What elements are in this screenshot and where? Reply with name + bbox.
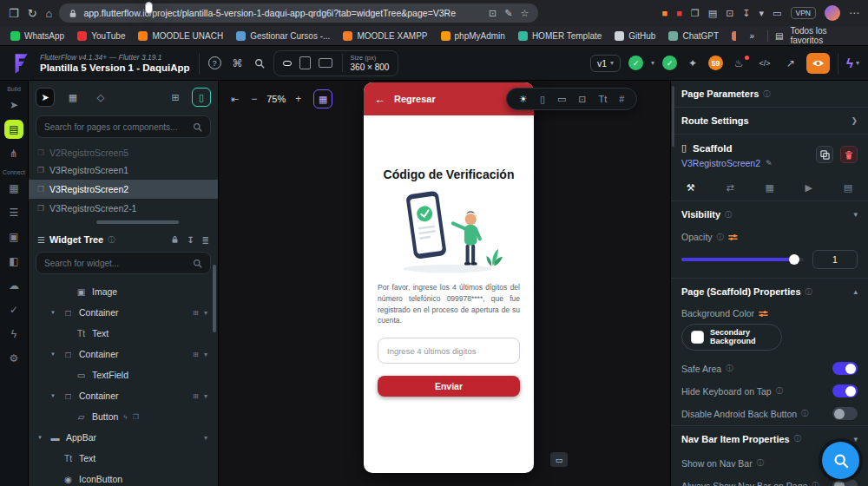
bookmark-item[interactable]: Gestionar Cursos -... [236, 31, 330, 41]
phone-device-button[interactable] [283, 61, 292, 66]
background-color-chip[interactable]: Secondary Background [681, 324, 782, 351]
cast-tab-icon[interactable]: ⊡ [489, 8, 496, 19]
storyboard-toggle-button[interactable]: ▦ [313, 89, 332, 108]
widget-tree-item[interactable]: ▣ Image [29, 281, 218, 302]
slider-thumb[interactable] [789, 254, 799, 265]
favorite-star-icon[interactable]: ☆ [521, 8, 529, 19]
set-from-variable-icon[interactable] [728, 233, 738, 242]
optimize-wand-icon[interactable]: ✦ [685, 57, 700, 69]
bookmark-item[interactable]: GitHub [615, 31, 655, 41]
page-parameters-row[interactable]: Page Parametersⓘ [671, 81, 868, 107]
page-list-item[interactable]: ❐ V3RegistroScreen1 [29, 161, 218, 180]
page-list-item[interactable]: ❐ V3RegistroScreen2-1 [29, 199, 218, 218]
export-tree-icon[interactable]: ↧ [187, 235, 194, 245]
opacity-value-field[interactable]: 1 [812, 250, 858, 269]
digits-input[interactable] [378, 338, 520, 364]
collapse-panel-icon[interactable]: ⇤ [231, 94, 239, 105]
home-icon[interactable]: ⌂ [46, 7, 53, 20]
docs-tab-icon[interactable]: ▤ [844, 182, 852, 194]
select-mode-icon[interactable]: ➤ [36, 88, 55, 107]
page-list-item[interactable]: ❐ V3RegistroScreen2 [29, 180, 218, 199]
vertical-scrollbar[interactable] [213, 265, 216, 332]
widget-quick-actions[interactable]: ⊞ ▾ [193, 392, 218, 400]
expander-caret-icon[interactable]: ▾ [49, 309, 57, 316]
page-selector-icon[interactable]: ▤ [4, 120, 23, 139]
delete-widget-button[interactable] [840, 146, 858, 163]
status-check-badge[interactable]: ✓ [628, 56, 643, 70]
custom-code-icon[interactable]: ◧ [4, 252, 23, 271]
preview-eye-button[interactable] [806, 53, 830, 74]
storyboard-icon[interactable]: ▦ [4, 179, 23, 198]
widget-tree-item[interactable]: Tt Text [29, 448, 218, 469]
branch-selector[interactable]: v1▾ [590, 55, 621, 72]
expander-caret-icon[interactable]: ▾ [49, 351, 57, 358]
canvas-settings-icon[interactable]: # [619, 94, 624, 104]
extension-a-icon[interactable]: ■ [662, 8, 668, 18]
expander-caret-icon[interactable]: ▾ [36, 434, 44, 441]
zoom-out-button[interactable]: − [251, 93, 257, 105]
widget-tree-item[interactable]: ▭ TextField [29, 364, 218, 385]
bookmark-item[interactable]: HOMER Template [518, 31, 602, 41]
activity-flame-icon[interactable]: ♨ [731, 57, 746, 69]
widget-search-box[interactable] [36, 252, 211, 274]
browser-display-icon[interactable]: ▭ [773, 8, 781, 19]
submit-button[interactable]: Enviar [378, 376, 520, 397]
project-issues-badge[interactable]: 59 [708, 56, 723, 70]
widget-palette-icon[interactable]: ⋔ [4, 144, 23, 163]
vpn-badge[interactable]: VPN [791, 7, 816, 19]
lock-icon[interactable] [171, 235, 179, 244]
chevron-down-icon[interactable]: ▾ [651, 59, 654, 67]
deploy-check-badge[interactable]: ✓ [662, 56, 677, 70]
bookmark-item[interactable]: phpMyAdmin [441, 31, 505, 41]
verification-heading[interactable]: Código de Verificación [384, 167, 515, 181]
theme-light-icon[interactable]: ☀ [519, 94, 528, 105]
extensions-caret-icon[interactable]: ▾ [760, 8, 765, 19]
widget-tree-item[interactable]: ▾ □ Container ⊞ ▾ [29, 344, 218, 364]
phone-preview-icon[interactable]: ▯ [540, 94, 545, 105]
scaffold-properties-header[interactable]: Page (Scaffold) Propertiesⓘ ▴ [671, 279, 868, 305]
bookmark-item[interactable]: WhatsApp [10, 31, 64, 41]
tablet-device-button[interactable] [299, 56, 311, 69]
profile-avatar[interactable] [825, 5, 840, 21]
toggle-switch[interactable] [832, 362, 858, 375]
widget-name[interactable]: V3RegistroScreen2 [681, 158, 760, 168]
rename-pencil-icon[interactable]: ✎ [766, 159, 773, 167]
page-list-item[interactable]: ❐ V2RegistroScreen5 [29, 145, 218, 161]
widget-tree-item[interactable]: ▾ □ Container ⊞ ▾ [29, 385, 218, 406]
cast-icon[interactable]: ⊡ [726, 8, 733, 19]
layout-tab-icon[interactable]: ▦ [765, 182, 773, 194]
desktop-device-button[interactable] [319, 58, 332, 68]
canvas[interactable]: ⇤ − 75% + ▦ ☀▯▭⊡Tt# ← Regresar Código de… [219, 81, 670, 486]
expander-caret-icon[interactable]: ▾ [49, 392, 57, 399]
widget-search-input[interactable] [44, 259, 187, 268]
widget-tree-item[interactable]: ▱ Button ϟ ❐ [29, 406, 218, 427]
widget-tree-item[interactable]: ◉ IconButton [29, 469, 218, 486]
tests-icon[interactable]: ✓ [4, 300, 23, 319]
cloud-functions-icon[interactable]: ☁ [4, 276, 23, 295]
search-fab[interactable] [822, 442, 859, 479]
device-frame-toggle[interactable]: ▭ [550, 452, 568, 467]
properties-tab-icon[interactable]: ⚒ [687, 182, 695, 194]
text-scale-icon[interactable]: Tt [599, 94, 608, 104]
visibility-section-header[interactable]: Visibilityⓘ ▾ [671, 201, 868, 227]
toggle-switch[interactable] [832, 384, 858, 397]
collapse-tree-icon[interactable]: ≣ [202, 235, 209, 245]
bookmark-item[interactable]: MOODLE UNACH [138, 31, 223, 41]
collections-icon[interactable]: ▤ [708, 8, 717, 19]
widget-quick-actions[interactable]: ⊞ ▾ [193, 351, 218, 358]
tab-actions-icon[interactable]: ❐ [9, 7, 19, 20]
route-settings-row[interactable]: Route Settings ❯ [671, 108, 868, 134]
widget-tree-item[interactable]: ▾ □ Container ⊞ ▾ [29, 302, 218, 323]
instructions-text[interactable]: Por favor, ingrese los 4 últimos dígitos… [378, 282, 520, 326]
widget-board-icon[interactable]: ▦ [63, 88, 82, 107]
add-page-icon[interactable]: ⊞ [166, 88, 185, 107]
media-assets-icon[interactable]: ▣ [4, 227, 23, 246]
help-icon[interactable]: ? [208, 56, 221, 69]
toggle-switch[interactable] [832, 479, 858, 486]
select-tool-icon[interactable]: ➤ [4, 95, 23, 115]
back-arrow-icon[interactable]: ← [374, 93, 385, 106]
bookmark-item[interactable]: ChatGPT [668, 31, 719, 41]
open-in-new-icon[interactable]: ↗ [783, 57, 799, 69]
desktop-preview-icon[interactable]: ⊡ [578, 94, 586, 105]
widget-tree-item[interactable]: Tt Text [29, 323, 218, 344]
